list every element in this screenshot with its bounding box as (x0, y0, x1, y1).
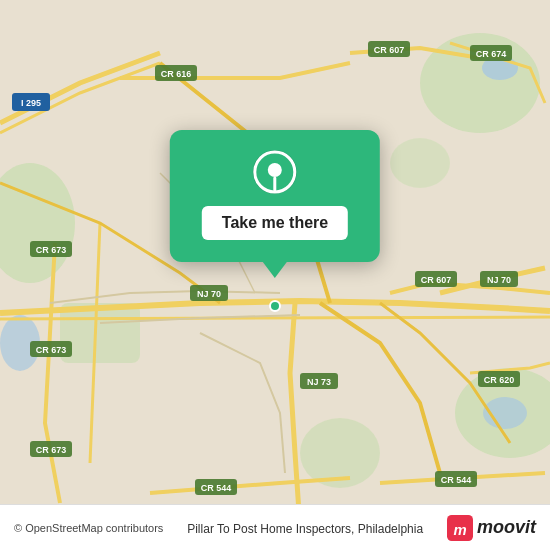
moovit-brand-text: moovit (477, 517, 536, 538)
svg-text:NJ 73: NJ 73 (307, 377, 331, 387)
svg-text:NJ 70: NJ 70 (487, 275, 511, 285)
svg-text:CR 673: CR 673 (36, 345, 67, 355)
location-pin-icon (251, 148, 299, 196)
svg-text:CR 673: CR 673 (36, 445, 67, 455)
svg-text:CR 616: CR 616 (161, 69, 192, 79)
moovit-brand-icon: m (447, 515, 473, 541)
svg-text:CR 607: CR 607 (421, 275, 452, 285)
take-me-there-button[interactable]: Take me there (202, 206, 348, 240)
svg-point-41 (268, 163, 282, 177)
svg-text:CR 544: CR 544 (441, 475, 472, 485)
map-container: I 295 CR 616 CR 607 CR 674 CR 673 NJ 70 … (0, 0, 550, 550)
map-attribution: © OpenStreetMap contributors (14, 522, 163, 534)
location-label: Pillar To Post Home Inspectors, Philadel… (187, 519, 423, 537)
moovit-logo: m moovit (447, 515, 536, 541)
svg-text:CR 674: CR 674 (476, 49, 507, 59)
svg-point-6 (390, 138, 450, 188)
svg-text:CR 673: CR 673 (36, 245, 67, 255)
svg-text:I 295: I 295 (21, 98, 41, 108)
bottom-bar: © OpenStreetMap contributors Pillar To P… (0, 504, 550, 550)
svg-text:CR 620: CR 620 (484, 375, 515, 385)
svg-text:NJ 70: NJ 70 (197, 289, 221, 299)
svg-text:m: m (453, 521, 466, 537)
svg-point-38 (270, 301, 280, 311)
location-name-text: Pillar To Post Home Inspectors, Philadel… (187, 522, 423, 536)
popup-card: Take me there (170, 130, 380, 262)
svg-text:CR 544: CR 544 (201, 483, 232, 493)
svg-text:CR 607: CR 607 (374, 45, 405, 55)
